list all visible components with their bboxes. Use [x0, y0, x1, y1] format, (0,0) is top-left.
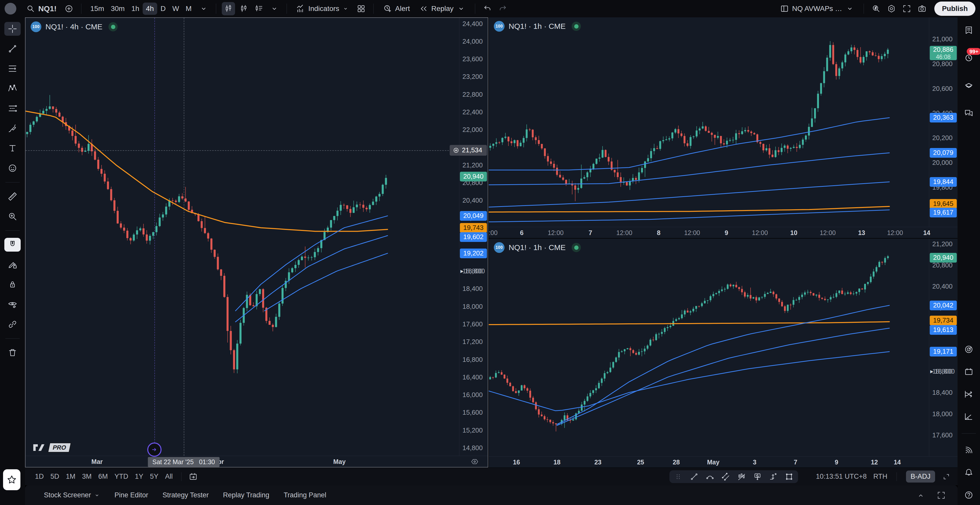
mini-bars-pattern-button[interactable]	[737, 472, 746, 481]
scale-settings-button[interactable]	[470, 457, 479, 466]
range-3M-button[interactable]: 3M	[79, 470, 95, 483]
interval-1h-button[interactable]: 1h	[128, 3, 143, 15]
mini-price-label-button[interactable]	[753, 472, 762, 481]
tool-emoji-button[interactable]	[4, 161, 21, 175]
session-label[interactable]: RTH	[873, 473, 887, 481]
mini-rectangle-button[interactable]	[785, 472, 794, 481]
tool-drawing-lock-button[interactable]	[4, 258, 21, 272]
tool-link-button[interactable]	[4, 318, 21, 331]
maximize-pane-button[interactable]	[942, 472, 951, 481]
chart-pane-1h-top[interactable]: 21,00020,80020,60020,40020,20020,00019,8…	[489, 17, 958, 238]
range-1M-button[interactable]: 1M	[62, 470, 79, 483]
tool-lock-button[interactable]	[4, 278, 21, 291]
chart-type-expand-button[interactable]	[268, 2, 281, 15]
panel-open-button[interactable]	[916, 491, 925, 500]
interval-M-button[interactable]: M	[183, 3, 195, 15]
chart-type-hollow-button[interactable]	[237, 2, 250, 15]
user-avatar[interactable]	[5, 3, 16, 14]
footer-tab-trading-panel[interactable]: Trading Panel	[277, 489, 333, 502]
price-scale[interactable]: 21,20020,80020,40020,00019,60019,20018,8…	[929, 238, 958, 456]
range-All-button[interactable]: All	[162, 470, 176, 483]
quick-search-button[interactable]	[870, 2, 883, 15]
chart-legend[interactable]: 100 NQ1! · 1h · CME	[494, 21, 581, 32]
tool-fib-retracement-button[interactable]	[4, 62, 21, 76]
price-scale[interactable]: 24,40024,00023,60023,20022,80022,40022,0…	[459, 18, 488, 456]
alert-button[interactable]: Alert	[379, 2, 414, 16]
interval-4h-button[interactable]: 4h	[143, 3, 157, 15]
chart-type-candles-button[interactable]	[222, 2, 235, 15]
range-1D-button[interactable]: 1D	[32, 470, 47, 483]
tool-brush-button[interactable]	[4, 121, 21, 135]
redo-button[interactable]	[496, 2, 509, 15]
panel-maximize-button[interactable]	[937, 491, 946, 500]
mini-parallel-channel-button[interactable]	[721, 472, 730, 481]
layout-select-button[interactable]: NQ AVWAPs …	[776, 2, 858, 16]
footer-tab-replay-trading[interactable]: Replay Trading	[216, 489, 277, 502]
range-5Y-button[interactable]: 5Y	[147, 470, 162, 483]
range-6M-button[interactable]: 6M	[95, 470, 111, 483]
tool-layers-button[interactable]	[961, 79, 977, 92]
tool-trend-line-button[interactable]	[4, 42, 21, 56]
range-5D-button[interactable]: 5D	[47, 470, 63, 483]
tool-projection-button[interactable]	[4, 102, 21, 115]
tool-hide-drawings-button[interactable]	[4, 297, 21, 311]
tool-text-button[interactable]	[4, 141, 21, 155]
interval-W-button[interactable]: W	[169, 3, 182, 15]
tool-magnet-button[interactable]	[4, 238, 21, 252]
undo-button[interactable]	[481, 2, 494, 15]
interval-D-button[interactable]: D	[157, 3, 169, 15]
tool-xabcd-pattern-button[interactable]	[4, 82, 21, 95]
chart-legend[interactable]: 100 NQ1! · 1h · CME	[494, 242, 581, 253]
price-scale[interactable]: 21,00020,80020,60020,40020,20020,00019,8…	[929, 17, 958, 227]
mini-price-range-button[interactable]	[769, 472, 778, 481]
chart-plot-area[interactable]	[489, 238, 929, 456]
tool-alert-clock-side-button[interactable]: 99+	[961, 51, 977, 65]
tool-radar-button[interactable]	[961, 343, 977, 356]
footer-tab-pine-editor[interactable]: Pine Editor	[107, 489, 156, 502]
tool-ruler-button[interactable]	[4, 190, 21, 203]
adjustment-button[interactable]: B-ADJ	[906, 470, 935, 483]
time-scale[interactable]: 2:00612:00712:00812:00912:001012:001312:…	[489, 227, 958, 238]
tool-bell-button[interactable]	[961, 466, 977, 480]
replay-button[interactable]: Replay	[415, 2, 469, 16]
tool-watchlist-button[interactable]	[961, 24, 977, 37]
chart-pane-1h-bottom[interactable]: 21,20020,80020,40020,00019,60019,20018,8…	[489, 238, 958, 467]
indicators-button[interactable]: Indicators	[293, 2, 352, 16]
interval-expand-button[interactable]	[197, 2, 210, 15]
publish-button[interactable]: Publish	[934, 2, 975, 16]
add-symbol-button[interactable]	[62, 2, 76, 15]
layout-grid-button[interactable]	[355, 2, 368, 15]
time-scale[interactable]: MarAprMaySat 22 Mar '25 01:30	[25, 456, 488, 467]
mini-curve-button[interactable]	[706, 472, 714, 481]
replay-anchor-button[interactable]	[147, 443, 162, 457]
chart-plot-area[interactable]	[25, 18, 459, 456]
symbol-search-button[interactable]: NQ1!	[22, 2, 60, 16]
chart-legend[interactable]: 100 NQ1! · 4h · CME	[30, 21, 118, 32]
mini-trend-line-button[interactable]	[690, 472, 698, 481]
clock-label[interactable]: 10:13:51 UTC+8	[816, 473, 867, 481]
favorites-toolbar-button[interactable]	[3, 469, 21, 490]
range-1Y-button[interactable]: 1Y	[132, 470, 147, 483]
line-tools-button[interactable]	[252, 2, 266, 15]
tool-shuffle-button[interactable]	[961, 387, 977, 401]
mini-draw-toolbar[interactable]	[670, 470, 798, 483]
time-scale[interactable]: 1618232528May3791214	[489, 456, 958, 467]
interval-15m-button[interactable]: 15m	[87, 3, 107, 15]
footer-tab-strategy-tester[interactable]: Strategy Tester	[156, 489, 216, 502]
tool-chat-button[interactable]	[961, 106, 977, 120]
go-to-date-button[interactable]	[186, 470, 200, 483]
range-YTD-button[interactable]: YTD	[111, 470, 132, 483]
tool-protractor-button[interactable]	[961, 410, 977, 424]
interval-30m-button[interactable]: 30m	[107, 3, 128, 15]
chart-pane-4h[interactable]: 24,40024,00023,60023,20022,80022,40022,0…	[25, 17, 488, 467]
tool-datafeed-button[interactable]	[961, 443, 977, 457]
tool-help-button[interactable]	[961, 488, 977, 502]
snapshot-button[interactable]	[915, 2, 929, 15]
footer-tab-stock-screener[interactable]: Stock Screener	[37, 489, 107, 502]
mini-handle-button[interactable]	[674, 472, 682, 481]
tool-calendar-button[interactable]	[961, 365, 977, 379]
fullscreen-button[interactable]	[900, 2, 913, 15]
chart-plot-area[interactable]	[489, 17, 929, 227]
tool-zoom-in-button[interactable]	[4, 210, 21, 223]
tradingview-logo[interactable]: PRO	[33, 443, 70, 453]
